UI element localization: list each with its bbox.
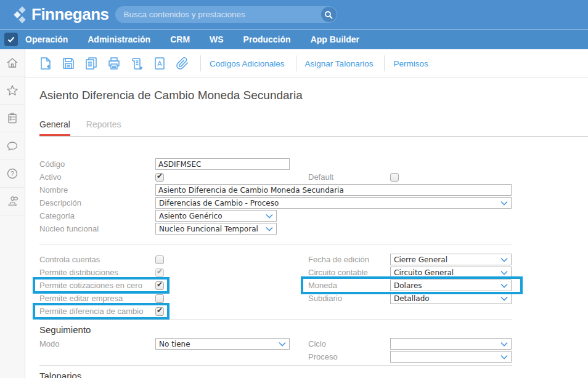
sidebar: ? xyxy=(0,49,25,378)
sidebar-item-home[interactable] xyxy=(0,49,25,77)
save-icon[interactable] xyxy=(61,56,76,71)
nav-item-app-builder[interactable]: App Builder xyxy=(311,34,359,44)
nav-item-produccion[interactable]: Producción xyxy=(243,34,291,44)
controla-cuentas-checkbox[interactable] xyxy=(155,255,164,264)
nombre-label: Nombre xyxy=(39,185,155,195)
brand-logo: Finnegans xyxy=(14,5,109,24)
moneda-row: Moneda Dolares xyxy=(308,279,512,292)
flags-column: Controla cuentas Permite distribuciones … xyxy=(39,253,308,318)
permite-diferencia-de-cambio-checkbox[interactable] xyxy=(155,307,164,316)
toolbar-separator xyxy=(296,55,296,71)
nombre-row: Nombre xyxy=(39,183,588,196)
nombre-input[interactable] xyxy=(155,184,512,196)
copy-icon[interactable] xyxy=(84,56,99,71)
default-label: Default xyxy=(308,172,390,182)
permite-distribuciones-label: Permite distribuciones xyxy=(39,268,155,277)
subdiario-row: Subdiario Detallado xyxy=(308,292,512,305)
modo-row: Modo No tiene xyxy=(39,337,308,350)
codigos-adicionales-link[interactable]: Codigos Adicionales xyxy=(210,59,285,68)
selects-column: Fecha de edición Cierre General Circuito… xyxy=(308,253,512,318)
select-value: No tiene xyxy=(159,340,190,348)
permisos-link[interactable]: Permisos xyxy=(393,59,428,68)
print-icon[interactable] xyxy=(107,56,121,71)
categoria-select[interactable]: Asiento Genérico xyxy=(155,210,277,222)
sidebar-item-help[interactable]: ? xyxy=(0,160,25,188)
ciclo-row: Ciclo xyxy=(308,337,512,350)
moneda-select[interactable]: Dolares xyxy=(390,279,512,291)
toolbar-separator xyxy=(200,55,201,71)
codigo-label: Código xyxy=(39,159,155,169)
subdiario-select[interactable]: Detallado xyxy=(390,292,512,304)
select-value: Diferencias de Cambio - Proceso xyxy=(159,199,279,207)
permite-distribuciones-checkbox[interactable] xyxy=(155,268,164,277)
nav-item-operacion[interactable]: Operación xyxy=(25,34,68,44)
permite-editar-empresa-checkbox[interactable] xyxy=(155,294,164,303)
nucleo-funcional-select[interactable]: Nucleo Funcional Temporal xyxy=(155,223,277,235)
ciclo-select[interactable] xyxy=(390,338,512,350)
descripcion-row: Descripción Diferencias de Cambio - Proc… xyxy=(39,196,588,209)
nav-item-crm[interactable]: CRM xyxy=(170,34,190,44)
select-value: Nucleo Funcional Temporal xyxy=(159,225,258,233)
chevron-down-icon xyxy=(500,342,508,347)
brand-name: Finnegans xyxy=(31,5,109,24)
nav-checkbox-icon[interactable] xyxy=(4,33,18,46)
section-divider xyxy=(39,244,512,244)
attachment-icon[interactable] xyxy=(175,56,190,71)
fecha-edicion-select[interactable]: Cierre General xyxy=(390,254,512,265)
seguimiento-heading: Seguimiento xyxy=(39,324,588,335)
home-icon xyxy=(6,56,19,70)
talonarios-heading: Talonarios xyxy=(39,371,588,378)
sidebar-item-chat[interactable] xyxy=(0,132,25,160)
tab-reportes[interactable]: Reportes xyxy=(86,119,121,136)
activo-checkbox[interactable] xyxy=(155,173,164,182)
chevron-down-icon xyxy=(266,227,273,231)
seguimiento-left: Modo No tiene xyxy=(39,337,308,363)
app-header: Finnegans xyxy=(0,0,588,29)
permite-diferencia-de-cambio-label: Permite diferencia de cambio xyxy=(39,307,155,316)
categoria-row: Categoría Asiento Genérico xyxy=(39,209,588,222)
sidebar-item-tasks[interactable] xyxy=(0,105,25,132)
nav-item-ws[interactable]: WS xyxy=(210,34,224,44)
flag-row-permite-distribuciones: Permite distribuciones xyxy=(39,266,308,279)
flag-row-permite-diferencia-de-cambio: Permite diferencia de cambio xyxy=(39,305,308,318)
chevron-down-icon xyxy=(266,214,273,219)
subdiario-label: Subdiario xyxy=(308,294,390,303)
svg-text:A: A xyxy=(157,60,162,67)
modo-select[interactable]: No tiene xyxy=(155,338,290,350)
permite-cotizaciones-en-cero-checkbox[interactable] xyxy=(155,281,164,290)
asignar-talonarios-link[interactable]: Asignar Talonarios xyxy=(305,59,374,68)
svg-text:?: ? xyxy=(10,171,14,177)
codigo-input[interactable] xyxy=(155,158,290,170)
chevron-down-icon xyxy=(279,342,286,347)
categoria-label: Categoría xyxy=(39,211,155,220)
circuito-contable-row: Circuito contable Circuito General xyxy=(308,266,512,279)
sidebar-item-support[interactable] xyxy=(0,188,25,215)
audit-log-icon[interactable] xyxy=(129,56,144,71)
proceso-select[interactable] xyxy=(390,351,512,363)
default-checkbox[interactable] xyxy=(390,173,399,182)
chevron-down-icon xyxy=(500,257,508,262)
descripcion-select[interactable]: Diferencias de Cambio - Proceso xyxy=(155,197,512,209)
tab-general[interactable]: General xyxy=(39,119,70,136)
nav-item-administracion[interactable]: Administración xyxy=(88,34,150,44)
controla-cuentas-label: Controla cuentas xyxy=(39,255,155,264)
select-value: Cierre General xyxy=(394,255,447,264)
fecha-edicion-label: Fecha de edición xyxy=(308,255,390,264)
search-input[interactable] xyxy=(115,10,337,19)
sidebar-item-favorites[interactable] xyxy=(0,77,25,105)
chevron-down-icon xyxy=(500,270,508,275)
brand-logo-icon xyxy=(14,6,27,24)
circuito-contable-select[interactable]: Circuito General xyxy=(390,267,512,278)
new-document-icon[interactable] xyxy=(38,56,53,71)
star-icon xyxy=(6,84,19,97)
flag-row-permite-cotizaciones-en-cero: Permite cotizaciones en cero xyxy=(39,279,308,292)
record-toolbar: A Codigos Adicionales Asignar Talonarios… xyxy=(25,49,588,78)
activo-row: Activo Default xyxy=(39,171,588,183)
tasks-icon xyxy=(6,111,19,125)
search-icon[interactable] xyxy=(321,7,337,22)
seguimiento-right: Ciclo Proceso xyxy=(308,337,512,363)
descripcion-label: Descripción xyxy=(39,198,155,207)
font-document-icon[interactable]: A xyxy=(152,56,167,71)
moneda-label: Moneda xyxy=(308,281,390,290)
page-title: Asiento Diferencia de Cambio Moneda Secu… xyxy=(39,89,588,102)
